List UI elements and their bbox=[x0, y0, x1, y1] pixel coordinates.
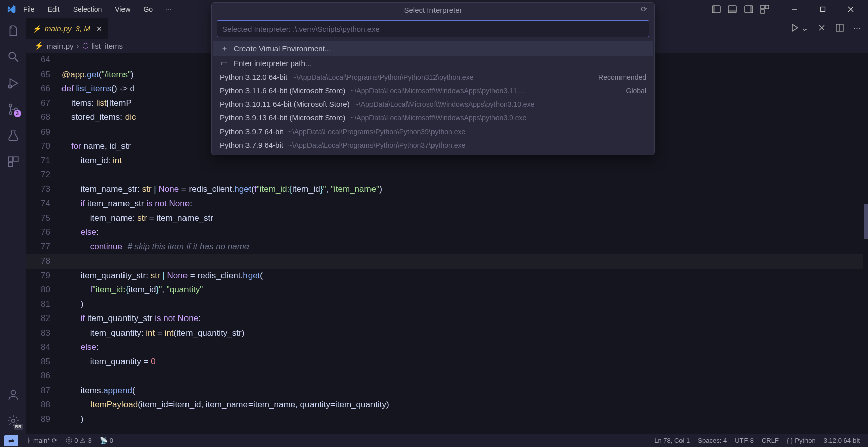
toggle-secondary-sidebar-icon[interactable] bbox=[743, 4, 754, 15]
palette-interpreter-item[interactable]: Python 3.9.7 64-bit ~\AppData\Local\Prog… bbox=[213, 124, 653, 138]
palette-interpreter-item[interactable]: Python 3.10.11 64-bit (Microsoft Store) … bbox=[213, 97, 653, 111]
status-indent[interactable]: Spaces: 4 bbox=[694, 437, 731, 444]
svg-rect-8 bbox=[761, 10, 764, 13]
breadcrumb-separator: › bbox=[77, 42, 79, 50]
diff-icon[interactable] bbox=[817, 23, 826, 34]
split-editor-icon[interactable] bbox=[835, 23, 844, 34]
menu-more[interactable]: ··· bbox=[164, 4, 174, 14]
palette-interpreter-item[interactable]: Python 3.12.0 64-bit ~\AppData\Local\Pro… bbox=[213, 70, 653, 84]
toggle-primary-sidebar-icon[interactable] bbox=[711, 4, 722, 15]
toggle-panel-icon[interactable] bbox=[727, 4, 738, 15]
tab-main-py[interactable]: ⚡ main.py 3, M ✕ bbox=[26, 18, 108, 39]
palette-enter-path[interactable]: ▭ Enter interpreter path... bbox=[213, 56, 653, 70]
tab-label: main.py bbox=[45, 24, 72, 33]
window-controls bbox=[785, 2, 864, 16]
palette-list: ＋ Create Virtual Environment... ▭ Enter … bbox=[212, 40, 654, 155]
svg-rect-21 bbox=[8, 162, 13, 167]
testing-icon[interactable] bbox=[6, 129, 20, 143]
svg-rect-3 bbox=[728, 10, 736, 13]
plus-icon: ＋ bbox=[220, 44, 229, 53]
status-interpreter[interactable]: 3.12.0 64-bit bbox=[820, 437, 864, 444]
source-control-icon[interactable]: 3 bbox=[6, 102, 20, 116]
customize-layout-icon[interactable] bbox=[759, 4, 770, 15]
interpreter-picker: Select Interpreter ⟳ ＋ Create Virtual En… bbox=[211, 2, 655, 155]
palette-interpreter-item[interactable]: Python 3.11.6 64-bit (Microsoft Store) ~… bbox=[213, 84, 653, 97]
status-bar: ⇌ ᚦ main* ⟳ ⓧ 0 ⚠ 3 📡 0 Ln 78, Col 1 Spa… bbox=[0, 434, 868, 447]
palette-interpreter-item[interactable]: Python 3.7.9 64-bit ~\AppData\Local\Prog… bbox=[213, 138, 653, 152]
maximize-button[interactable] bbox=[814, 2, 832, 16]
minimap-thumb[interactable] bbox=[864, 204, 868, 239]
activity-bar: 3 BR bbox=[0, 18, 26, 434]
close-button[interactable] bbox=[842, 2, 860, 16]
status-problems[interactable]: ⓧ 0 ⚠ 3 bbox=[61, 436, 95, 445]
palette-create-env[interactable]: ＋ Create Virtual Environment... bbox=[213, 41, 653, 56]
status-encoding[interactable]: UTF-8 bbox=[731, 437, 758, 444]
breadcrumb-symbol[interactable]: list_items bbox=[92, 42, 123, 50]
svg-rect-1 bbox=[712, 6, 715, 13]
minimize-button[interactable] bbox=[785, 2, 803, 16]
svg-point-23 bbox=[11, 419, 15, 423]
scm-badge: 3 bbox=[14, 110, 21, 117]
menu-edit[interactable]: Edit bbox=[46, 4, 62, 14]
folder-icon: ▭ bbox=[220, 58, 229, 68]
editor-actions: ⌄ ··· bbox=[790, 23, 868, 34]
line-gutter: 6465666768697071727374757677787980818283… bbox=[26, 53, 61, 434]
breadcrumb-file[interactable]: main.py bbox=[47, 42, 74, 50]
svg-rect-6 bbox=[761, 5, 764, 9]
refresh-icon[interactable]: ⟳ bbox=[641, 5, 647, 14]
status-ports[interactable]: 📡 0 bbox=[96, 437, 117, 444]
menu-go[interactable]: Go bbox=[141, 4, 155, 14]
settings-gear-icon[interactable]: BR bbox=[6, 414, 20, 428]
svg-rect-5 bbox=[750, 6, 753, 13]
svg-point-16 bbox=[9, 104, 11, 107]
svg-line-14 bbox=[15, 58, 18, 62]
status-branch[interactable]: ᚦ main* ⟳ bbox=[23, 437, 61, 444]
explorer-icon[interactable] bbox=[6, 24, 20, 38]
svg-rect-7 bbox=[765, 5, 769, 9]
accounts-icon[interactable] bbox=[6, 388, 20, 402]
menu-file[interactable]: File bbox=[21, 4, 37, 14]
svg-point-13 bbox=[9, 52, 15, 59]
svg-rect-10 bbox=[821, 7, 825, 11]
minimap[interactable] bbox=[863, 53, 868, 434]
settings-badge: BR bbox=[14, 424, 23, 430]
run-dropdown-icon[interactable]: ⌄ bbox=[801, 23, 808, 34]
palette-interpreter-item[interactable]: Python 3.9.13 64-bit (Microsoft Store) ~… bbox=[213, 111, 653, 124]
menu-selection[interactable]: Selection bbox=[71, 4, 104, 14]
status-language[interactable]: { } Python bbox=[783, 437, 820, 444]
python-file-icon: ⚡ bbox=[34, 41, 44, 50]
svg-point-22 bbox=[11, 390, 15, 395]
menu-bar: File Edit Selection View Go ··· bbox=[21, 4, 174, 14]
svg-point-17 bbox=[9, 112, 11, 114]
python-file-icon: ⚡ bbox=[32, 25, 41, 33]
search-icon[interactable] bbox=[6, 50, 20, 64]
svg-rect-19 bbox=[8, 157, 13, 161]
remote-indicator[interactable]: ⇌ bbox=[4, 435, 18, 446]
palette-title: Select Interpreter ⟳ bbox=[212, 3, 654, 17]
status-eol[interactable]: CRLF bbox=[758, 437, 783, 444]
svg-rect-20 bbox=[14, 157, 18, 161]
menu-view[interactable]: View bbox=[113, 4, 132, 14]
status-cursor[interactable]: Ln 78, Col 1 bbox=[650, 437, 694, 444]
run-icon[interactable] bbox=[790, 23, 799, 34]
tab-modified-badge: 3, M bbox=[76, 24, 90, 33]
layout-buttons bbox=[711, 4, 770, 15]
extensions-icon[interactable] bbox=[6, 155, 20, 169]
tab-close-icon[interactable]: ✕ bbox=[96, 25, 102, 33]
run-debug-icon[interactable] bbox=[6, 76, 20, 90]
symbol-icon: ⬡ bbox=[82, 41, 89, 50]
vscode-icon bbox=[6, 4, 16, 14]
palette-input[interactable] bbox=[217, 20, 649, 37]
editor-more-icon[interactable]: ··· bbox=[853, 23, 861, 34]
